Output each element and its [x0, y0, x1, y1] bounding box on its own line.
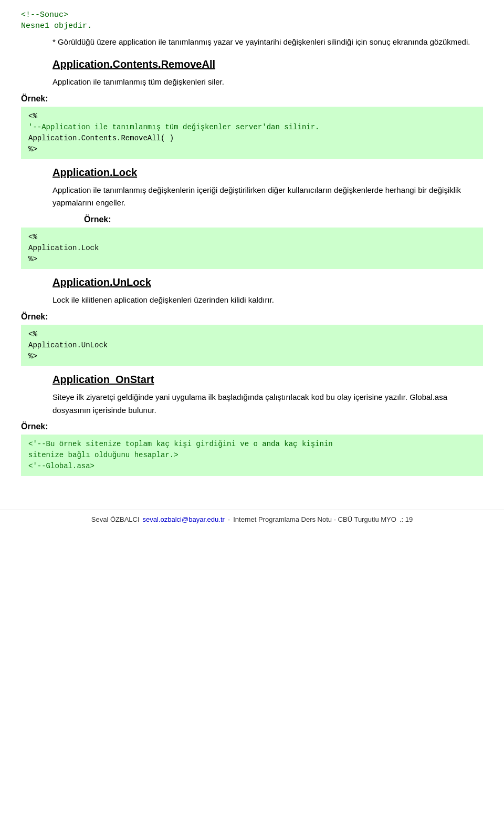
removeall-code-block: <% '--Application ile tanımlanmış tüm de…	[21, 107, 483, 159]
onstart-code-block: <'--Bu örnek sitenize toplam kaç kişi gi…	[21, 435, 483, 476]
lock-code-line-2: Application.Lock	[28, 243, 476, 254]
removeall-code-line-3: Application.Contents.RemoveAll( )	[28, 133, 476, 144]
lock-code-line-3: %>	[28, 254, 476, 265]
removeall-code-line-4: %>	[28, 144, 476, 155]
lock-code-block: <% Application.Lock %>	[21, 228, 483, 269]
page-footer: Seval ÖZBALCI seval.ozbalci@bayar.edu.tr…	[0, 510, 504, 529]
removeall-heading[interactable]: Application.Contents.RemoveAll	[52, 58, 483, 70]
unlock-code-line-2: Application.UnLock	[28, 340, 476, 351]
unlock-description: Lock ile kilitlenen aplication değişkenl…	[52, 294, 483, 307]
footer-author: Seval ÖZBALCI	[91, 515, 140, 523]
lock-heading[interactable]: Application.Lock	[52, 167, 483, 179]
unlock-heading[interactable]: Application.UnLock	[52, 276, 483, 288]
footer-course: Internet Programlama Ders Notu - CBÜ Tur…	[233, 515, 396, 523]
unlock-code-block: <% Application.UnLock %>	[21, 325, 483, 366]
onstart-code-line-3: <'--Global.asa>	[28, 461, 476, 472]
lock-description: Application ile tanımlanmış değişkenleri…	[52, 184, 483, 210]
comment-line-1: <!--Sonuc>	[21, 11, 483, 19]
unlock-code-line-3: %>	[28, 351, 476, 362]
onstart-description1: Siteye ilk ziyaretçi geldiğinde yani uyg…	[52, 391, 483, 417]
onstart-code-line-1: <'--Bu örnek sitenize toplam kaç kişi gi…	[28, 439, 476, 450]
unlock-code-line-1: <%	[28, 329, 476, 340]
lock-ornek-label: Örnek:	[84, 215, 483, 224]
removeall-code-line-1: <%	[28, 111, 476, 122]
footer-page: .: 19	[400, 515, 413, 523]
unlock-ornek-label: Örnek:	[21, 312, 483, 322]
lock-code-line-1: <%	[28, 232, 476, 243]
onstart-code-line-2: sitenize bağlı olduğunu hesaplar.>	[28, 450, 476, 461]
removeall-ornek-label: Örnek:	[21, 94, 483, 104]
onstart-ornek-label: Örnek:	[21, 422, 483, 431]
nesne1-line: Nesne1 objedir.	[21, 22, 483, 30]
footer-email[interactable]: seval.ozbalci@bayar.edu.tr	[143, 515, 225, 523]
removeall-code-line-2: '--Application ile tanımlanmış tüm değiş…	[28, 122, 476, 133]
removeall-description: Application ile tanımlanmış tüm değişken…	[52, 76, 483, 89]
intro-paragraph: * Görüldüğü üzere application ile tanıml…	[52, 36, 483, 49]
onstart-heading[interactable]: Application_OnStart	[52, 374, 483, 386]
footer-separator: -	[228, 515, 230, 523]
